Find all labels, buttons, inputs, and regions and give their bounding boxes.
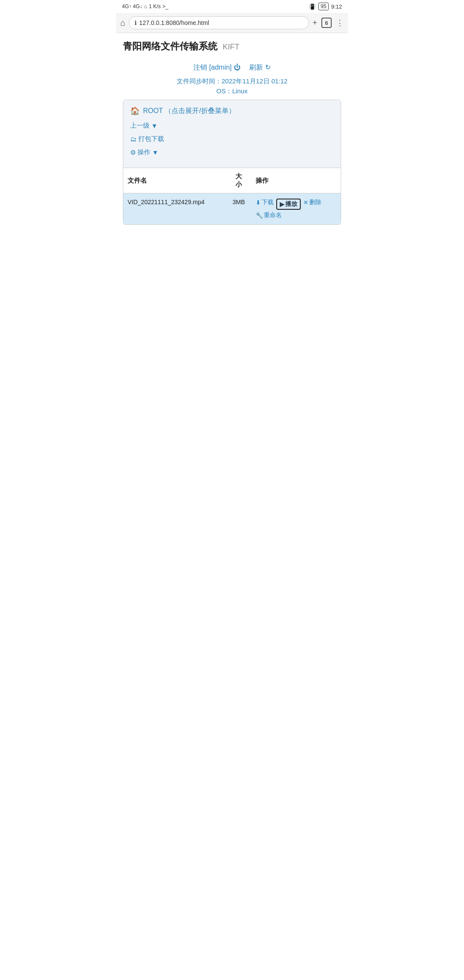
actions-area: 注销 [admin] ⏻ 刷新 ↻ 文件同步时间：2022年11月12日 01:… — [123, 61, 341, 95]
address-bar[interactable]: ℹ 127.0.0.1:8080/home.html — [129, 16, 309, 29]
page-title: 青阳网络文件传输系统 KIFT — [123, 40, 341, 53]
page-content: 青阳网络文件传输系统 KIFT 注销 [admin] ⏻ 刷新 ↻ 文件同步时间… — [116, 33, 348, 235]
table-header-row: 文件名 大小 操作 — [123, 168, 341, 193]
power-icon: ⏻ — [234, 64, 241, 71]
close-icon: ✕ — [303, 199, 308, 206]
play-label: 播放 — [285, 200, 297, 208]
wifi-icon: ⌂ — [144, 3, 147, 9]
download-button[interactable]: ⬇ 下载 — [256, 199, 274, 206]
logout-button[interactable]: 注销 [admin] ⏻ — [190, 61, 244, 74]
home-icon: 🏠 — [130, 106, 140, 116]
rename-button[interactable]: 🔧 重命名 — [256, 211, 282, 219]
file-browser-card: 🏠 ROOT （点击展开/折叠菜单） 上一级 ▼ 🗂 打包下载 — [123, 100, 341, 225]
gear-icon: ⚙ — [130, 149, 136, 156]
up-level-row: 上一级 ▼ — [130, 122, 334, 130]
package-download-row: 🗂 打包下载 — [130, 135, 334, 143]
col-header-action: 操作 — [251, 168, 341, 193]
delete-button[interactable]: ✕ 删除 — [303, 199, 321, 206]
refresh-icon: ↻ — [265, 64, 271, 71]
package-download-label: 打包下载 — [138, 135, 164, 143]
download-cloud-icon: ⬇ — [256, 199, 261, 206]
speed-indicator: 1 K/s — [149, 3, 161, 9]
status-left: 4G↑ 4G↓ ⌂ 1 K/s >_ — [122, 3, 168, 9]
up-level-button[interactable]: 上一级 ▼ — [130, 122, 158, 130]
os-info: OS：Linux — [123, 87, 341, 95]
play-button[interactable]: ▶ 播放 — [276, 199, 301, 210]
refresh-label: 刷新 — [249, 64, 263, 71]
root-label: ROOT （点击展开/折叠菜单） — [143, 107, 235, 116]
status-right: 📳 95 9:12 — [309, 3, 342, 10]
file-name: VID_20221111_232429.mp4 — [123, 193, 226, 225]
sync-time: 文件同步时间：2022年11月12日 01:12 — [123, 77, 341, 86]
operations-row: ⚙ 操作 ▼ — [130, 148, 334, 156]
vibrate-icon: 📳 — [309, 3, 316, 10]
second-row-actions: 🔧 重命名 — [256, 211, 336, 219]
clock: 9:12 — [331, 3, 342, 10]
battery-indicator: 95 — [318, 3, 328, 10]
logout-label: 注销 [admin] — [193, 64, 232, 71]
info-icon: ℹ — [134, 19, 137, 26]
browser-chrome: ⌂ ℹ 127.0.0.1:8080/home.html + 6 ⋮ — [116, 13, 348, 33]
wrench-icon: 🔧 — [256, 212, 263, 219]
browser-home-button[interactable]: ⌂ — [120, 18, 125, 28]
browser-actions: + 6 ⋮ — [312, 18, 344, 28]
operations-label: 操作 — [137, 148, 150, 156]
file-actions-cell: ⬇ 下载 ▶ 播放 ✕ 删除 — [251, 193, 341, 225]
signal-icon: 4G↑ 4G↓ — [122, 3, 142, 9]
root-row[interactable]: 🏠 ROOT （点击展开/折叠菜单） — [130, 106, 334, 116]
file-actions: ⬇ 下载 ▶ 播放 ✕ 删除 — [256, 199, 336, 210]
up-level-label: 上一级 — [130, 122, 150, 130]
col-header-filename: 文件名 — [123, 168, 226, 193]
new-tab-button[interactable]: + — [312, 18, 317, 28]
page-title-kift: KIFT — [223, 43, 239, 51]
package-download-button[interactable]: 🗂 打包下载 — [130, 135, 164, 143]
table-row: VID_20221111_232429.mp4 3MB ⬇ 下载 ▶ 播放 — [123, 193, 341, 225]
operations-caret-icon: ▼ — [152, 149, 159, 156]
terminal-icon: >_ — [162, 3, 168, 9]
caret-down-icon: ▼ — [151, 122, 158, 129]
play-icon: ▶ — [280, 201, 284, 208]
refresh-button[interactable]: 刷新 ↻ — [246, 61, 274, 74]
menu-button[interactable]: ⋮ — [336, 18, 344, 28]
operations-button[interactable]: ⚙ 操作 ▼ — [130, 148, 159, 156]
status-bar: 4G↑ 4G↓ ⌂ 1 K/s >_ 📳 95 9:12 — [116, 0, 348, 13]
card-toolbar: 🏠 ROOT （点击展开/折叠菜单） 上一级 ▼ 🗂 打包下载 — [123, 100, 341, 168]
rename-label: 重命名 — [264, 211, 282, 219]
tab-count[interactable]: 6 — [321, 18, 332, 28]
page-title-main: 青阳网络文件传输系统 — [123, 41, 217, 52]
briefcase-icon: 🗂 — [130, 135, 137, 143]
file-table: 文件名 大小 操作 VID_20221111_232429.mp4 3MB ⬇ … — [123, 168, 341, 224]
file-size: 3MB — [226, 193, 251, 225]
delete-label: 删除 — [309, 199, 321, 206]
col-header-size: 大小 — [226, 168, 251, 193]
url-text: 127.0.0.1:8080/home.html — [139, 19, 209, 26]
download-label: 下载 — [262, 199, 274, 206]
